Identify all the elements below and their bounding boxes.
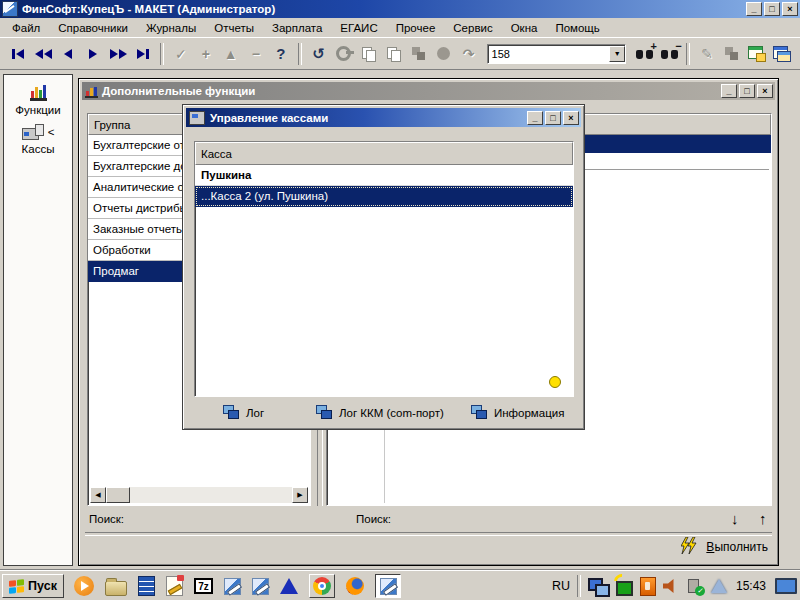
nav-last-button[interactable] [131, 42, 155, 66]
language-indicator[interactable]: RU [552, 579, 570, 593]
java-tray-icon[interactable] [640, 577, 656, 596]
record-number-value: 158 [492, 48, 610, 60]
delete-record-button[interactable]: − [244, 42, 268, 66]
nav-prev-button[interactable] [56, 42, 80, 66]
binoculars-plus-icon: + [636, 47, 653, 60]
dialog-titlebar[interactable]: Управление кассами _ □ × [186, 108, 581, 127]
dialog-maximize-button[interactable]: □ [545, 111, 561, 125]
find-add-button[interactable]: + [632, 42, 656, 66]
log-button[interactable]: Лог [223, 405, 264, 420]
active-app-task-button[interactable] [375, 574, 401, 598]
sidebar-item-functions[interactable]: Функции [4, 83, 72, 116]
move-up-button[interactable]: ↑ [759, 511, 767, 526]
quick-launch: 7z [74, 574, 401, 598]
chrome-button[interactable] [309, 574, 335, 598]
pyramid-app-icon[interactable] [280, 578, 298, 594]
media-player-icon[interactable] [74, 576, 94, 596]
show-desktop-icon[interactable] [775, 578, 797, 594]
nav-next-button[interactable] [81, 42, 105, 66]
app-shortcut-icon[interactable] [224, 578, 241, 595]
info-button[interactable]: Информация [471, 405, 564, 420]
execute-button[interactable]: Выполнить [681, 537, 768, 556]
report-button[interactable]: ✎ [695, 42, 719, 66]
dialog-close-button[interactable]: × [563, 111, 579, 125]
nav-fast-next-button[interactable] [106, 42, 130, 66]
mdi-maximize-button[interactable]: □ [739, 84, 755, 98]
taskbar: Пуск 7z RU ✓ 15:43 [0, 570, 800, 600]
scroll-left-button[interactable]: ◀ [90, 487, 106, 503]
app-maximize-button[interactable]: □ [764, 2, 780, 16]
menu-item-salary[interactable]: Зарплата [264, 20, 330, 36]
copy-button[interactable] [357, 42, 381, 66]
cascade-windows-icon [773, 46, 791, 62]
refresh-button[interactable]: ↺ [307, 42, 331, 66]
find-remove-button[interactable]: − [657, 42, 681, 66]
copy-icon [362, 47, 376, 61]
mdi-minimize-button[interactable]: _ [721, 84, 737, 98]
redo-button[interactable]: ↷ [457, 42, 481, 66]
scrollbar-track[interactable] [130, 487, 292, 503]
execute-label: Выполнить [706, 540, 768, 554]
info-button-label: Информация [494, 407, 564, 419]
cash-column-header[interactable]: Касса [195, 142, 573, 165]
sidebar-cash-label: Кассы [22, 143, 55, 155]
computers-icon [316, 405, 333, 420]
volume-tray-icon[interactable] [663, 579, 680, 593]
log-button-label: Лог [246, 407, 264, 419]
usb-tray-icon[interactable]: ✓ [687, 578, 704, 595]
app-icon [2, 1, 18, 17]
new-window-button[interactable] [745, 42, 769, 66]
menu-item-journals[interactable]: Журналы [138, 20, 204, 36]
wireless-tray-icon[interactable] [616, 581, 633, 596]
log-kkm-button[interactable]: Лог ККМ (com-порт) [316, 405, 444, 420]
menu-item-directories[interactable]: Справочники [50, 20, 136, 36]
export-button[interactable] [720, 42, 744, 66]
mdi-close-button[interactable]: × [757, 84, 773, 98]
folder-icon[interactable] [105, 581, 127, 596]
edit-record-button[interactable]: ▲ [219, 42, 243, 66]
key-button[interactable] [332, 42, 356, 66]
nav-first-button[interactable] [6, 42, 30, 66]
lightning-icon [681, 537, 701, 556]
menu-item-egais[interactable]: ЕГАИС [332, 20, 385, 36]
nav-fast-prev-button[interactable] [31, 42, 55, 66]
computers-icon [223, 405, 240, 420]
clock[interactable]: 15:43 [734, 579, 768, 593]
scroll-right-button[interactable]: ▶ [292, 487, 308, 503]
catalog-icon[interactable] [138, 576, 155, 596]
help-button[interactable]: ? [269, 42, 293, 66]
triangle-tray-icon[interactable] [711, 579, 727, 593]
confirm-button[interactable]: ✓ [169, 42, 193, 66]
group-horizontal-scrollbar[interactable]: ◀ ▶ [90, 487, 308, 503]
combobox-dropdown-button[interactable]: ▼ [609, 46, 625, 62]
menu-item-file[interactable]: Файл [4, 20, 48, 36]
network-tray-icon[interactable] [588, 578, 609, 595]
cash-group-row[interactable]: Пушкина [195, 165, 573, 186]
collapse-glyph[interactable]: < [48, 126, 55, 138]
sidebar-item-cash[interactable]: < Кассы [4, 124, 72, 155]
menu-item-windows[interactable]: Окна [503, 20, 546, 36]
mdi-window-icon [85, 85, 98, 98]
app-minimize-button[interactable]: _ [746, 2, 762, 16]
dialog-minimize-button[interactable]: _ [527, 111, 543, 125]
paste-button[interactable] [382, 42, 406, 66]
menu-item-reports[interactable]: Отчеты [206, 20, 262, 36]
shapes-button[interactable] [407, 42, 431, 66]
seven-zip-icon[interactable]: 7z [194, 578, 213, 594]
start-button[interactable]: Пуск [2, 574, 64, 598]
stop-button[interactable] [432, 42, 456, 66]
app-shortcut-icon[interactable] [252, 578, 269, 595]
move-down-button[interactable]: ↓ [731, 511, 739, 526]
firefox-icon[interactable] [346, 577, 364, 595]
cash-register-row-selected[interactable]: ...Касса 2 (ул. Пушкина) [195, 186, 573, 207]
record-number-combobox[interactable]: 158 ▼ [487, 44, 627, 64]
mdi-titlebar[interactable]: Дополнительные функции _ □ × [82, 82, 775, 100]
app-close-button[interactable]: × [782, 2, 798, 16]
add-record-button[interactable]: + [194, 42, 218, 66]
menu-item-other[interactable]: Прочее [388, 20, 444, 36]
notes-icon[interactable] [166, 576, 183, 596]
cascade-windows-button[interactable] [770, 42, 794, 66]
menu-item-help[interactable]: Помощь [547, 20, 607, 36]
scrollbar-thumb[interactable] [106, 487, 130, 503]
menu-item-service[interactable]: Сервис [445, 20, 500, 36]
